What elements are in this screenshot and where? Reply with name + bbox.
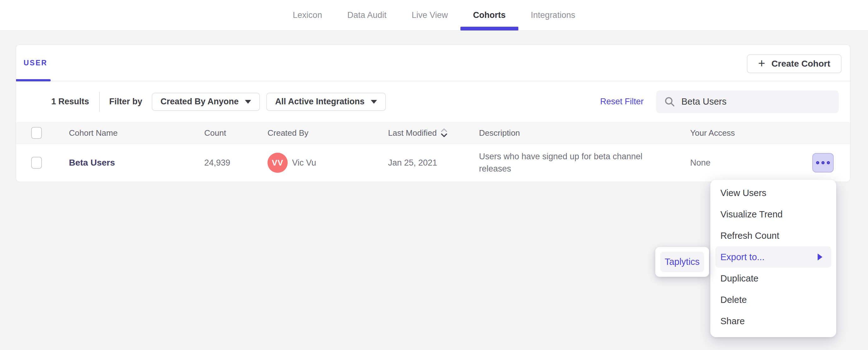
plus-icon: + [758,57,765,69]
filter-bar: 1 Results Filter by Created By Anyone Al… [16,81,850,122]
tab-user[interactable]: USER [16,45,51,81]
search-box[interactable] [656,91,839,113]
nav-tab-integrations[interactable]: Integrations [531,0,575,31]
integrations-dropdown-label: All Active Integrations [275,97,365,106]
card-header: USER + Create Cohort [16,45,850,81]
nav-tab-cohorts[interactable]: Cohorts [473,0,506,31]
menu-item-export-to[interactable]: Export to... [715,246,831,268]
description-value: Users who have signed up for beta channe… [479,150,668,175]
nav-tab-label: Cohorts [473,10,506,20]
tab-user-underline [16,79,51,81]
row-actions-button[interactable] [812,153,834,173]
nav-tab-label: Data Audit [347,10,386,20]
avatar: VV [268,153,288,173]
column-header-created-by[interactable]: Created By [268,128,308,138]
search-input[interactable] [681,97,831,107]
chevron-down-icon [245,100,251,104]
filter-by-label: Filter by [109,97,142,106]
nav-tab-label: Integrations [531,10,575,20]
nav-tab-label: Lexicon [293,10,322,20]
column-header-count[interactable]: Count [204,128,226,138]
divider [99,92,100,112]
nav-tab-label: Live View [412,10,448,20]
menu-item-label: Share [720,316,745,326]
more-dots-icon [827,161,830,164]
nav-tab-live-view[interactable]: Live View [412,0,448,31]
menu-item-label: Visualize Trend [720,209,783,220]
more-dots-icon [816,161,819,164]
submenu-item-taplytics[interactable]: Taplytics [660,252,704,272]
menu-item-visualize-trend[interactable]: Visualize Trend [715,204,831,225]
column-header-your-access[interactable]: Your Access [690,128,735,138]
create-cohort-label: Create Cohort [771,59,830,69]
tab-user-label: USER [24,59,48,67]
nav-tab-data-audit[interactable]: Data Audit [347,0,386,31]
submenu-arrow-icon [818,253,823,260]
cohorts-card: USER + Create Cohort 1 Results Filter by… [16,45,850,182]
export-submenu: Taplytics [655,247,709,277]
created-by-name: Vic Vu [292,158,316,168]
nav-tab-lexicon[interactable]: Lexicon [293,0,322,31]
table-header: Cohort Name Count Created By Last Modifi… [16,122,850,144]
select-all-checkbox[interactable] [31,127,42,139]
chevron-down-icon [371,100,377,104]
created-by-cell: VV Vic Vu [268,153,316,173]
submenu-item-label: Taplytics [665,257,700,267]
create-cohort-button[interactable]: + Create Cohort [747,55,842,73]
menu-item-share[interactable]: Share [715,310,831,332]
your-access-value: None [690,158,711,168]
cohort-count: 24,939 [204,158,230,168]
table-row: Beta Users 24,939 VV Vic Vu Jan 25, 2021… [16,144,850,182]
menu-item-label: View Users [720,188,766,198]
menu-item-label: Duplicate [720,273,758,284]
column-header-cohort-name[interactable]: Cohort Name [69,128,118,138]
created-by-dropdown[interactable]: Created By Anyone [152,93,260,111]
results-count: 1 Results [51,97,89,106]
column-header-description[interactable]: Description [479,127,668,139]
sort-icon [441,128,447,138]
search-icon [664,96,676,108]
top-nav: Lexicon Data Audit Live View Cohorts Int… [0,0,868,31]
menu-item-view-users[interactable]: View Users [715,182,831,204]
context-menu: View Users Visualize Trend Refresh Count… [710,180,836,337]
column-header-last-modified[interactable]: Last Modified [388,128,447,138]
more-dots-icon [822,161,825,164]
menu-item-delete[interactable]: Delete [715,289,831,310]
menu-item-label: Export to... [720,252,765,262]
cohort-name-link[interactable]: Beta Users [69,158,115,168]
menu-item-refresh-count[interactable]: Refresh Count [715,225,831,246]
integrations-dropdown[interactable]: All Active Integrations [266,93,386,111]
row-checkbox[interactable] [31,157,42,169]
created-by-dropdown-label: Created By Anyone [160,97,239,106]
active-tab-underline [460,27,518,31]
last-modified-value: Jan 25, 2021 [388,158,437,168]
column-header-last-modified-label: Last Modified [388,128,437,138]
menu-item-duplicate[interactable]: Duplicate [715,268,831,289]
reset-filter-link[interactable]: Reset Filter [600,97,644,106]
menu-item-label: Delete [720,295,747,305]
menu-item-label: Refresh Count [720,231,779,241]
